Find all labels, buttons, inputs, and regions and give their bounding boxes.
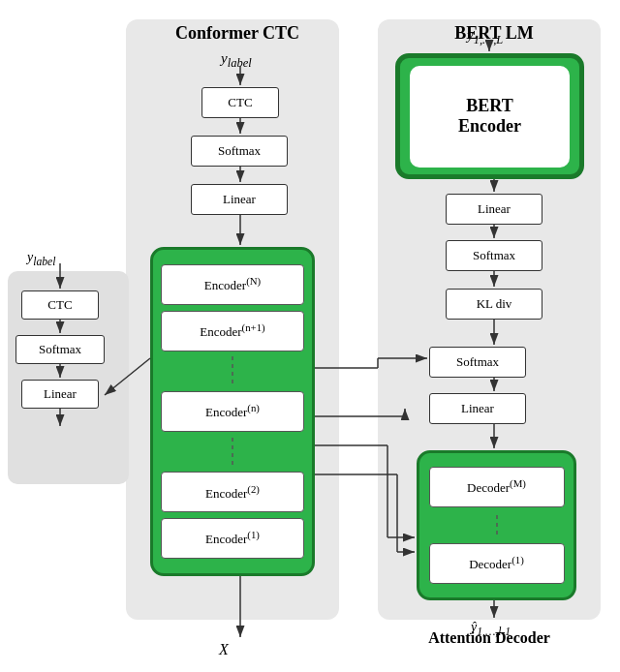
- decoder-1-label: Decoder(1): [469, 554, 524, 572]
- encoder-1-box: Encoder(1): [161, 518, 304, 559]
- encoder-dots: [161, 356, 304, 385]
- left-linear-box: Linear: [21, 380, 99, 409]
- att-softmax-box: Softmax: [429, 347, 526, 378]
- encoder-2-box: Encoder(2): [161, 472, 304, 512]
- y-hat-label: ŷ1,…,l-1: [471, 620, 511, 638]
- left-softmax-label: Softmax: [39, 342, 81, 357]
- left-ctc-label: CTC: [47, 297, 72, 313]
- kl-div-label: KL div: [477, 296, 512, 312]
- decoder-1-box: Decoder(1): [429, 543, 565, 584]
- kl-div-box: KL div: [446, 289, 542, 320]
- decoder-block: Decoder(M) Decoder(1): [417, 450, 576, 600]
- left-softmax-box: Softmax: [16, 335, 105, 364]
- bert-softmax-label: Softmax: [473, 248, 515, 263]
- encoder-n1-box: Encoder(n+1): [161, 311, 304, 351]
- bert-linear-label: Linear: [478, 201, 511, 217]
- y-hat-sub: 1,…,l-1: [477, 626, 511, 638]
- encoder-block: Encoder(N) Encoder(n+1) Encoder(n) Encod…: [150, 247, 315, 576]
- att-linear-label: Linear: [461, 401, 494, 416]
- encoder-n-box: Encoder(N): [161, 264, 304, 305]
- bert-encoder-block: BERTEncoder: [395, 53, 584, 179]
- encoder-n-label: Encoder(N): [204, 275, 261, 293]
- decoder-m-label: Decoder(M): [467, 477, 526, 496]
- encoder-dots2: [161, 438, 304, 467]
- y-left-label: ylabel: [27, 250, 56, 268]
- bert-linear-box: Linear: [446, 194, 542, 225]
- bert-encoder-label: BERTEncoder: [458, 96, 521, 137]
- encoder-n2-box: Encoder(n): [161, 391, 304, 432]
- conf-linear-label: Linear: [223, 192, 256, 207]
- bert-inner-box: BERTEncoder: [410, 66, 570, 168]
- decoder-dots: [429, 515, 565, 535]
- y-bert-sub: 1,…,L: [474, 33, 504, 46]
- y-left-sub: label: [33, 256, 55, 268]
- x-label: X: [219, 641, 229, 658]
- y-bert-main: y: [467, 27, 474, 43]
- diagram: Conformer CTC BERT LM Attention Decoder …: [0, 0, 620, 672]
- att-linear-box: Linear: [429, 393, 526, 424]
- left-linear-label: Linear: [44, 386, 77, 402]
- encoder-n1-label: Encoder(n+1): [200, 321, 264, 340]
- conf-softmax-box: Softmax: [191, 136, 288, 167]
- att-softmax-label: Softmax: [456, 354, 499, 370]
- left-ctc-box: CTC: [21, 290, 99, 320]
- bert-softmax-box: Softmax: [446, 240, 542, 271]
- decoder-m-box: Decoder(M): [429, 467, 565, 507]
- encoder-n2-label: Encoder(n): [205, 402, 260, 420]
- y-label-sub: label: [228, 56, 252, 70]
- y-bert-label: y1,…,L: [467, 27, 503, 47]
- encoder-2-label: Encoder(2): [205, 483, 260, 502]
- conf-linear-box: Linear: [191, 184, 288, 215]
- conf-softmax-label: Softmax: [218, 143, 261, 159]
- encoder-1-label: Encoder(1): [205, 529, 260, 547]
- conf-ctc-label: CTC: [228, 95, 252, 110]
- y-label-main: y: [221, 50, 228, 66]
- y-label-conformer: ylabel: [221, 50, 252, 71]
- conf-ctc-box: CTC: [202, 87, 279, 118]
- conformer-title: Conformer CTC: [140, 23, 334, 44]
